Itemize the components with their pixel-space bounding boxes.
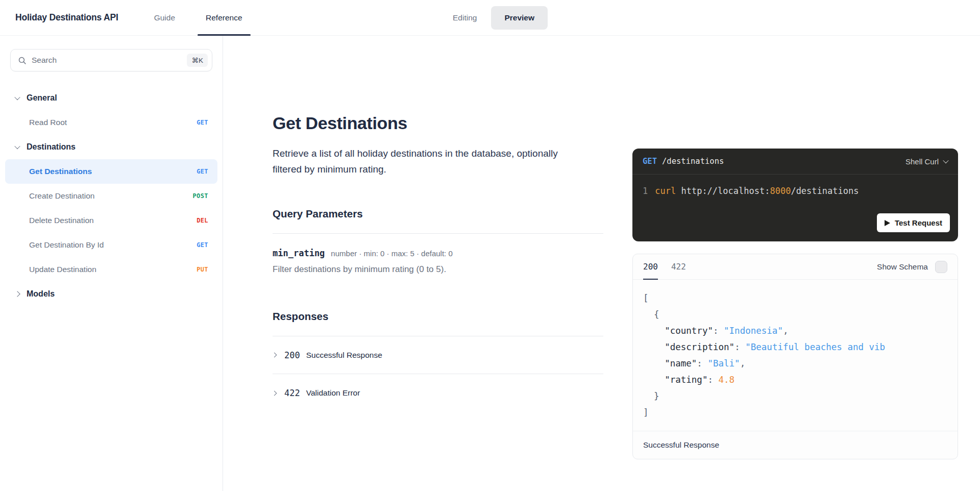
request-card-footer: Test Request — [632, 207, 958, 241]
code-segment: , — [740, 358, 746, 369]
response-code: 422 — [284, 388, 300, 398]
response-card-header: 200 422 Show Schema — [633, 254, 958, 280]
sidebar-item-label: Get Destination By Id — [29, 240, 104, 250]
sidebar-item-get-destinations[interactable]: Get DestinationsGET — [5, 159, 217, 184]
search-icon — [18, 56, 27, 65]
param-name: min_rating — [273, 248, 325, 258]
sidebar-section-models[interactable]: Models — [5, 282, 217, 306]
code-segment: curl — [655, 186, 676, 196]
response-example-card: 200 422 Show Schema [ { "country": "Indo… — [632, 254, 958, 459]
param-description: Filter destinations by minimum rating (0… — [273, 264, 603, 275]
code-line: "rating": 4.8 — [643, 372, 947, 388]
code-segment: : — [734, 342, 745, 352]
method-badge: GET — [197, 119, 208, 126]
method-badge: GET — [197, 168, 208, 175]
code-segment: } — [643, 391, 659, 401]
code-line: "country": "Indonesia", — [643, 323, 947, 339]
request-code: 1curl http://localhost:8000/destinations — [632, 175, 958, 207]
code-line: } — [643, 388, 947, 404]
show-schema-label: Show Schema — [877, 262, 928, 272]
code-segment: 4.8 — [719, 375, 735, 385]
code-line: [ — [643, 290, 947, 306]
header-tabs: Guide Reference — [139, 0, 258, 35]
sidebar-section-label: Destinations — [27, 142, 76, 152]
mode-toggle: Editing Preview — [453, 0, 548, 36]
code-line: { — [643, 306, 947, 323]
response-code: 200 — [284, 350, 300, 360]
request-path: /destinations — [662, 157, 724, 166]
response-row-422[interactable]: 422 Validation Error — [273, 374, 603, 412]
page-title: Get Destinations — [273, 113, 603, 133]
search-shortcut-badge: ⌘K — [187, 54, 208, 67]
search-input[interactable]: Search ⌘K — [10, 49, 212, 71]
example-column: GET /destinations Shell Curl 1curl http:… — [632, 36, 958, 491]
sidebar-nav: GeneralRead RootGETDestinationsGet Desti… — [5, 86, 217, 306]
chevron-down-icon — [14, 143, 20, 149]
sidebar-item-label: Read Root — [29, 118, 67, 127]
code-line: "name": "Bali", — [643, 355, 947, 372]
tab-reference[interactable]: Reference — [190, 0, 258, 35]
request-card-header: GET /destinations Shell Curl — [632, 149, 958, 174]
search-placeholder: Search — [32, 56, 187, 65]
code-line: ] — [643, 404, 947, 421]
play-icon — [885, 220, 890, 226]
language-selector-value: Shell Curl — [905, 157, 939, 166]
code-segment: "country" — [643, 326, 713, 336]
sidebar-section-label: General — [27, 93, 57, 103]
method-badge: POST — [193, 192, 209, 200]
app-title: Holiday Destinations API — [15, 12, 118, 23]
sidebar-item-read-root[interactable]: Read RootGET — [5, 110, 217, 135]
chevron-right-icon — [14, 291, 20, 297]
code-line: "description": "Beautiful beaches and vi… — [643, 339, 947, 355]
response-row-200[interactable]: 200 Successful Response — [273, 336, 603, 374]
query-parameters-heading: Query Parameters — [273, 208, 603, 220]
preview-button[interactable]: Preview — [491, 6, 548, 30]
language-selector[interactable]: Shell Curl — [905, 157, 948, 166]
code-segment: "Indonesia" — [724, 326, 783, 336]
line-number: 1 — [643, 186, 648, 196]
show-schema-toggle[interactable] — [935, 261, 947, 273]
sidebar-item-label: Create Destination — [29, 191, 94, 201]
request-example-card: GET /destinations Shell Curl 1curl http:… — [632, 149, 958, 241]
code-segment: "name" — [643, 358, 697, 369]
page-layout: Search ⌘K GeneralRead RootGETDestination… — [0, 36, 980, 491]
code-segment: { — [643, 309, 659, 320]
request-method: GET — [643, 157, 657, 166]
method-badge: GET — [197, 241, 208, 249]
test-request-button[interactable]: Test Request — [877, 213, 950, 232]
response-tab-422[interactable]: 422 — [671, 254, 686, 279]
sidebar-item-label: Update Destination — [29, 265, 96, 274]
sidebar-section-general[interactable]: General — [5, 86, 217, 110]
code-segment: /destinations — [791, 186, 859, 196]
sidebar-item-delete-destination[interactable]: Delete DestinationDEL — [5, 208, 217, 233]
sidebar-item-label: Get Destinations — [29, 167, 92, 176]
divider — [273, 233, 603, 234]
chevron-down-icon — [14, 94, 20, 100]
code-segment: "rating" — [643, 375, 707, 385]
chevron-right-icon — [272, 390, 277, 396]
responses-heading: Responses — [273, 310, 603, 323]
code-line: 1curl http://localhost:8000/destinations — [643, 186, 948, 196]
schema-toggle-group: Show Schema — [877, 261, 947, 273]
param-meta: number · min: 0 · max: 5 · default: 0 — [331, 249, 452, 258]
sidebar-item-get-destination-by-id[interactable]: Get Destination By IdGET — [5, 233, 217, 257]
sidebar-section-destinations[interactable]: Destinations — [5, 135, 217, 159]
response-tab-200[interactable]: 200 — [643, 254, 658, 279]
code-segment: ] — [643, 407, 649, 418]
editing-button[interactable]: Editing — [453, 13, 477, 22]
response-label: Successful Response — [306, 351, 382, 360]
code-segment: , — [783, 326, 789, 336]
method-badge: DEL — [197, 217, 208, 224]
code-segment: http://localhost: — [676, 186, 770, 196]
sidebar-item-update-destination[interactable]: Update DestinationPUT — [5, 257, 217, 282]
tab-guide[interactable]: Guide — [139, 0, 190, 35]
code-segment: "Beautiful beaches and vib — [745, 342, 885, 352]
method-badge: PUT — [197, 266, 208, 273]
response-card-footer: Successful Response — [633, 431, 958, 459]
chevron-down-icon — [943, 158, 948, 163]
app-header: Holiday Destinations API Guide Reference… — [0, 0, 980, 36]
code-segment: "description" — [643, 342, 734, 352]
param-row: min_rating number · min: 0 · max: 5 · de… — [273, 248, 603, 258]
response-json: [ { "country": "Indonesia", "description… — [633, 280, 958, 431]
sidebar-item-create-destination[interactable]: Create DestinationPOST — [5, 184, 217, 208]
